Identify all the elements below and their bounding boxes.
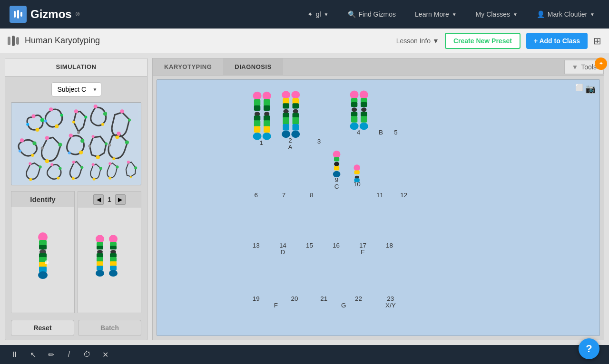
tools-orange-badge: ✦ (595, 57, 607, 70)
svg-text:13: 13 (253, 242, 260, 249)
identify-chr-display[interactable] (25, 207, 61, 313)
svg-point-50 (92, 163, 95, 166)
svg-point-143 (333, 151, 341, 158)
svg-point-126 (352, 107, 357, 112)
svg-text:19: 19 (253, 295, 260, 302)
svg-point-21 (20, 138, 24, 142)
svg-text:5: 5 (394, 129, 397, 136)
camera-icon[interactable]: 📷 (585, 84, 596, 94)
karyotype-area[interactable]: 📷 ⬜ (157, 79, 600, 336)
svg-rect-100 (264, 120, 270, 126)
learn-more-button[interactable]: Learn More ▼ (410, 8, 462, 21)
svg-text:1: 1 (260, 139, 263, 146)
left-panel: SIMULATION Subject C Subject A Subject B… (5, 58, 147, 340)
svg-text:16: 16 (333, 242, 340, 249)
svg-rect-146 (334, 166, 339, 171)
svg-point-54 (116, 165, 118, 168)
close-toolbar-button[interactable]: ✕ (98, 347, 112, 362)
svg-point-8 (60, 114, 63, 116)
svg-rect-82 (110, 253, 117, 258)
help-button[interactable]: ? (579, 338, 599, 359)
svg-point-15 (94, 105, 98, 108)
svg-point-52 (93, 178, 96, 181)
add-to-class-button[interactable]: + Add to Class (526, 33, 588, 49)
search-icon: 🔍 (348, 10, 356, 18)
svg-rect-74 (97, 257, 103, 262)
tools-button[interactable]: ▼ Tools ✦ (564, 60, 604, 74)
svg-text:10: 10 (354, 181, 361, 188)
tab-diagnosis[interactable]: DIAGNOSIS (223, 58, 283, 75)
svg-rect-88 (254, 99, 260, 106)
identify-header: Identify (11, 192, 74, 207)
svg-rect-2 (20, 12, 22, 17)
svg-rect-151 (354, 171, 360, 174)
svg-text:C: C (334, 183, 339, 190)
svg-text:6: 6 (255, 192, 258, 199)
pointer-button[interactable]: ↖ (26, 347, 40, 362)
svg-point-49 (72, 177, 75, 180)
svg-text:D: D (281, 249, 285, 256)
nav-gl-button[interactable]: ✦ gl ▼ (303, 8, 334, 21)
svg-point-18 (120, 109, 124, 113)
user-menu-button[interactable]: 👤 Mark Cloutier ▼ (532, 8, 599, 21)
svg-text:20: 20 (291, 295, 298, 302)
svg-point-41 (29, 162, 31, 165)
learn-more-caret: ▼ (452, 12, 457, 17)
svg-point-38 (125, 140, 129, 144)
lesson-info-button[interactable]: Lesson Info ▼ (396, 37, 439, 45)
svg-text:18: 18 (386, 242, 393, 249)
pause-button[interactable]: ⏸ (8, 347, 22, 362)
svg-point-102 (263, 133, 271, 140)
svg-rect-127 (351, 112, 357, 116)
my-classes-button[interactable]: My Classes ▼ (471, 8, 522, 21)
batch-button[interactable]: Batch (78, 320, 141, 336)
svg-text:F: F (274, 302, 278, 309)
svg-text:15: 15 (306, 242, 313, 249)
svg-point-26 (58, 143, 62, 146)
svg-point-72 (97, 250, 103, 254)
tab-simulation[interactable]: SIMULATION (5, 58, 147, 76)
svg-point-25 (45, 136, 49, 140)
next-button[interactable]: ▶ (115, 194, 126, 205)
timer-button[interactable]: ⏱ (80, 347, 94, 362)
logo-icon (10, 6, 27, 23)
find-gizmos-button[interactable]: 🔍 Find Gizmos (343, 8, 401, 21)
create-preset-button[interactable]: Create New Preset (445, 33, 521, 49)
svg-point-68 (45, 260, 49, 264)
pause-icon: ⏸ (11, 350, 19, 359)
display-mode-button[interactable]: ⊞ (593, 35, 601, 47)
svg-rect-114 (293, 103, 299, 108)
svg-point-36 (88, 145, 91, 148)
svg-point-77 (96, 270, 104, 277)
svg-point-67 (38, 271, 48, 279)
svg-rect-144 (334, 157, 339, 162)
eraser-icon: / (68, 350, 70, 359)
svg-point-46 (57, 177, 59, 180)
pencil-button[interactable]: ✏ (44, 347, 58, 362)
svg-rect-61 (39, 245, 47, 249)
svg-text:11: 11 (376, 192, 383, 199)
svg-point-4 (40, 118, 44, 122)
prev-button[interactable]: ◀ (93, 194, 104, 205)
reset-button[interactable]: Reset (11, 320, 74, 336)
svg-text:12: 12 (400, 192, 407, 199)
gizmo-icon (8, 36, 19, 46)
collapse-icon[interactable]: ⬜ (575, 84, 583, 91)
svg-text:B: B (379, 129, 383, 136)
bottom-toolbar: ⏸ ↖ ✏ / ⏱ ✕ (0, 345, 609, 364)
scattered-chromosomes-svg (11, 103, 141, 185)
logo[interactable]: Gizmos ® (10, 6, 80, 23)
svg-point-39 (112, 157, 115, 160)
eraser-button[interactable]: / (62, 347, 76, 362)
svg-rect-101 (264, 126, 270, 133)
svg-point-42 (39, 165, 42, 168)
svg-point-98 (264, 112, 269, 116)
svg-rect-85 (110, 266, 117, 270)
reset-batch-row: Reset Batch (5, 316, 147, 340)
tab-karyotyping[interactable]: KARYOTYPING (153, 58, 223, 75)
subject-select[interactable]: Subject C Subject A Subject B Subject D (51, 82, 101, 96)
svg-point-48 (80, 166, 83, 169)
simulation-image[interactable] (11, 102, 141, 185)
svg-point-19 (128, 119, 131, 122)
svg-point-112 (291, 91, 300, 99)
